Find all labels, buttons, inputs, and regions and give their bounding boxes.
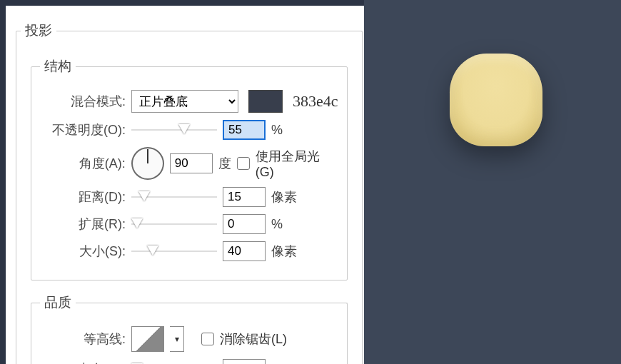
structure-legend: 结构	[40, 57, 76, 76]
blend-mode-row: 混合模式: 正片叠底 383e4c	[40, 90, 338, 113]
blend-mode-label: 混合模式:	[40, 93, 126, 110]
spread-label: 扩展(R):	[40, 216, 126, 233]
antialias-label: 消除锯齿(L)	[220, 330, 287, 348]
size-unit: 像素	[271, 243, 297, 260]
spread-row: 扩展(R): %	[40, 214, 338, 234]
use-global-light-checkbox[interactable]	[237, 157, 250, 170]
contour-label: 等高线:	[40, 330, 126, 348]
size-slider[interactable]	[131, 244, 217, 258]
effect-title: 投影	[21, 21, 56, 40]
drop-shadow-group: 投影 结构 混合模式: 正片叠底 383e4c 不透明度(O): % 角度(A)…	[16, 21, 363, 364]
noise-row: 杂色(N): %	[40, 359, 338, 364]
angle-dial[interactable]	[131, 147, 164, 180]
contour-swatch[interactable]	[131, 326, 164, 352]
angle-unit: 度	[218, 155, 231, 172]
spread-slider[interactable]	[131, 217, 217, 231]
distance-input[interactable]	[223, 187, 266, 207]
use-global-light-label: 使用全局光(G)	[256, 148, 338, 180]
color-hex-annotation: 383e4c	[293, 92, 338, 111]
distance-row: 距离(D): 像素	[40, 187, 338, 207]
opacity-unit: %	[271, 123, 283, 138]
layer-style-panel: 投影 结构 混合模式: 正片叠底 383e4c 不透明度(O): % 角度(A)…	[0, 0, 364, 364]
structure-group: 结构 混合模式: 正片叠底 383e4c 不透明度(O): % 角度(A): 度	[31, 57, 348, 280]
noise-input[interactable]	[223, 359, 266, 364]
quality-group: 品质 等高线: ▾ 消除锯齿(L) 杂色(N): % 图层挖空投影(U)	[31, 293, 348, 364]
spread-input[interactable]	[223, 214, 266, 234]
antialias-checkbox[interactable]	[201, 333, 214, 345]
opacity-label: 不透明度(O):	[40, 121, 126, 138]
preview-shape	[450, 54, 542, 146]
distance-label: 距离(D):	[40, 188, 126, 206]
spread-unit: %	[271, 217, 283, 232]
size-label: 大小(S):	[40, 243, 126, 260]
size-input[interactable]	[223, 241, 266, 261]
shadow-color-swatch[interactable]	[248, 90, 283, 113]
opacity-slider[interactable]	[131, 123, 217, 137]
distance-unit: 像素	[271, 188, 297, 206]
preview-canvas	[364, 0, 621, 364]
angle-input[interactable]	[170, 153, 213, 173]
blend-mode-select[interactable]: 正片叠底	[131, 90, 238, 113]
distance-slider[interactable]	[131, 190, 217, 204]
angle-row: 角度(A): 度 使用全局光(G)	[40, 147, 338, 180]
contour-row: 等高线: ▾ 消除锯齿(L)	[40, 326, 338, 352]
noise-label: 杂色(N):	[40, 360, 126, 364]
noise-unit: %	[271, 362, 283, 365]
angle-label: 角度(A):	[40, 155, 126, 172]
opacity-row: 不透明度(O): %	[40, 120, 338, 140]
quality-legend: 品质	[40, 293, 76, 312]
opacity-input[interactable]	[223, 120, 266, 140]
contour-dropdown-icon[interactable]: ▾	[170, 326, 184, 352]
size-row: 大小(S): 像素	[40, 241, 338, 261]
